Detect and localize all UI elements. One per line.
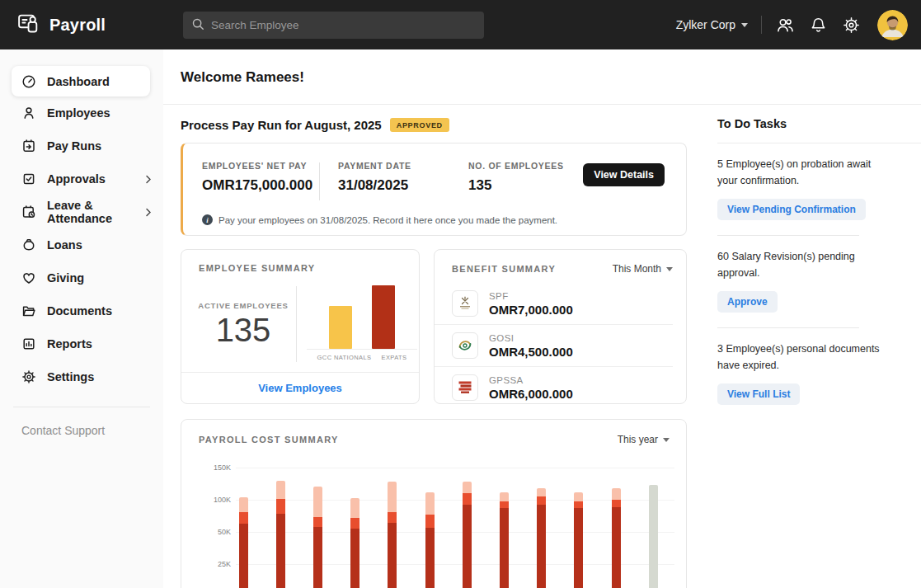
- employee-search[interactable]: [183, 12, 484, 39]
- sidebar-item-label: Giving: [47, 271, 84, 285]
- user-avatar[interactable]: [877, 10, 908, 40]
- stat-divider: [319, 162, 320, 200]
- status-badge: APPROVED: [390, 118, 449, 132]
- sidebar-item-loans[interactable]: Loans: [0, 228, 163, 261]
- benefit-row-spf: SPF OMR7,000.000: [435, 283, 673, 324]
- search-icon: [191, 17, 204, 34]
- settings-gear-icon: [21, 369, 36, 384]
- cost-bar-segment: [313, 517, 322, 527]
- cost-bar-segment: [350, 498, 359, 517]
- sidebar-item-label: Approvals: [47, 172, 106, 186]
- chevron-right-icon: [145, 208, 152, 217]
- caret-down-icon: [666, 267, 673, 271]
- cost-bar-segment: [425, 515, 435, 528]
- giving-heart-icon: [21, 270, 36, 285]
- employees-icon: [21, 106, 36, 120]
- search-input[interactable]: [211, 19, 476, 31]
- cost-bar-segment: [537, 505, 546, 588]
- view-full-list-button[interactable]: View Full List: [717, 383, 800, 405]
- dashboard-icon: [21, 74, 36, 89]
- cost-bar-segment: [612, 507, 621, 588]
- gpssa-logo: [452, 374, 478, 401]
- contact-support-link[interactable]: Contact Support: [0, 407, 163, 437]
- sidebar-item-label: Employees: [47, 106, 110, 120]
- loans-icon: [21, 238, 36, 252]
- employee-mini-chart: [312, 285, 412, 349]
- org-switcher[interactable]: Zylker Corp: [676, 18, 748, 31]
- cost-bar-segment: [500, 508, 509, 588]
- sidebar-item-reports[interactable]: Reports: [0, 327, 163, 360]
- benefit-name: SPF: [489, 291, 573, 301]
- benefit-amount: OMR7,000.000: [489, 303, 573, 317]
- cost-bar-segment: [425, 528, 435, 588]
- sidebar-item-giving[interactable]: Giving: [0, 261, 163, 294]
- info-icon: i: [202, 214, 213, 225]
- main-content: Welcome Ramees! Process Pay Run for Augu…: [163, 49, 921, 588]
- sidebar-item-label: Settings: [47, 370, 94, 383]
- app-logo[interactable]: Payroll: [0, 12, 165, 38]
- pay-runs-icon: [21, 139, 36, 153]
- settings-gear-icon[interactable]: [841, 15, 861, 35]
- welcome-heading: Welcome Ramees!: [163, 49, 921, 86]
- payroll-cost-plot: 150K 100K 50K 25K: [181, 420, 688, 588]
- expats-label: EXPATS: [382, 354, 407, 361]
- y-axis-tick: 100K: [195, 496, 231, 504]
- cost-bar-segment: [388, 482, 397, 512]
- benefit-row-gosi: GOSI OMR4,500.000: [435, 324, 673, 366]
- todo-title: To Do Tasks: [717, 117, 903, 130]
- y-axis-tick: 25K: [195, 560, 231, 568]
- cost-bar-segment: [574, 492, 583, 501]
- todo-divider: [717, 143, 921, 143]
- cost-bar-segment: [463, 482, 472, 493]
- sidebar-item-label: Reports: [47, 337, 92, 350]
- benefit-amount: OMR6,000.000: [489, 387, 573, 401]
- cost-bar-segment: [313, 487, 322, 517]
- view-employees-link[interactable]: View Employees: [258, 382, 342, 394]
- y-axis-tick: 50K: [195, 528, 231, 536]
- cost-bar-segment: [350, 518, 359, 529]
- cost-bar-segment: [537, 496, 546, 505]
- approve-button[interactable]: Approve: [717, 291, 778, 313]
- active-employees-count: 135: [190, 312, 297, 349]
- approvals-icon: [21, 172, 36, 186]
- cost-bar-segment: [425, 492, 435, 515]
- sidebar-item-pay-runs[interactable]: Pay Runs: [0, 129, 163, 162]
- sidebar-item-settings[interactable]: Settings: [0, 360, 163, 393]
- cost-bar-segment: [612, 500, 621, 507]
- expats-bar: [372, 285, 395, 349]
- cost-bar-segment: [313, 527, 322, 588]
- spf-logo: [452, 290, 478, 317]
- cost-bar-segment: [350, 529, 359, 588]
- reports-icon: [21, 336, 36, 351]
- view-pending-confirmation-button[interactable]: View Pending Confirmation: [717, 199, 866, 220]
- gridline: [236, 532, 674, 533]
- sidebar-item-dashboard[interactable]: Dashboard: [12, 66, 150, 96]
- task-divider: [717, 327, 859, 328]
- sidebar-item-label: Pay Runs: [47, 139, 101, 153]
- sidebar-item-leave-attendance[interactable]: Leave & Attendance: [0, 195, 163, 228]
- employee-summary-title: EMPLOYEE SUMMARY: [181, 250, 419, 273]
- sidebar-item-label: Dashboard: [47, 75, 110, 88]
- org-name: Zylker Corp: [676, 18, 735, 31]
- caret-down-icon: [741, 23, 748, 27]
- cost-bar-segment: [276, 481, 285, 500]
- notifications-bell-icon[interactable]: [808, 15, 828, 35]
- users-icon[interactable]: [775, 15, 795, 35]
- benefit-summary-title: BENEFIT SUMMARY: [452, 264, 556, 274]
- gridline: [236, 500, 674, 501]
- sidebar-item-approvals[interactable]: Approvals: [0, 162, 163, 195]
- cost-bar-segment: [612, 488, 621, 500]
- gridline: [236, 564, 674, 565]
- cost-bar-segment: [239, 512, 248, 524]
- benefit-period-dropdown[interactable]: This Month: [613, 263, 673, 275]
- gcc-nationals-label: GCC NATIONALS: [317, 354, 372, 361]
- benefit-amount: OMR4,500.000: [489, 345, 573, 359]
- gcc-nationals-bar: [329, 306, 352, 349]
- active-employees-label: ACTIVE EMPLOYEES: [190, 301, 297, 310]
- gridline: [236, 468, 674, 468]
- sidebar-item-employees[interactable]: Employees: [0, 96, 163, 129]
- gosi-logo: [452, 332, 478, 359]
- cost-bar-segment: [574, 501, 583, 509]
- sidebar-item-documents[interactable]: Documents: [0, 294, 163, 327]
- view-details-button[interactable]: View Details: [583, 163, 665, 186]
